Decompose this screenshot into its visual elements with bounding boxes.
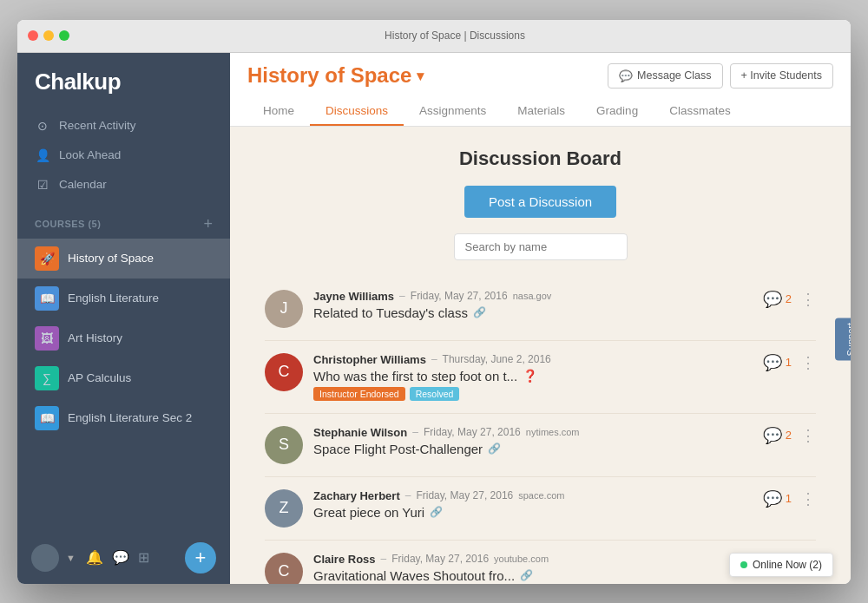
discussion-title[interactable]: Related to Tuesday's class 🔗 (313, 305, 753, 320)
link-icon: 🔗 (520, 569, 533, 581)
sidebar-item-ap-calculus[interactable]: ∑ AP Calculus (17, 358, 230, 398)
online-count-text: Online Now (2) (753, 559, 822, 571)
discussion-meta: Christopher Williams – Thursday, June 2,… (313, 353, 753, 366)
sidebar-nav: ⊙ Recent Activity 👤 Look Ahead ☑ Calenda… (17, 108, 230, 206)
avatar: S (265, 426, 303, 464)
discussion-actions: 💬 2 ⋮ (763, 290, 816, 309)
message-icon: 💬 (619, 69, 633, 82)
help-icon: ❓ (523, 369, 537, 383)
course-label: English Literature Sec 2 (68, 411, 192, 424)
comment-bubble-icon: 💬 (763, 426, 782, 445)
sidebar-item-calendar[interactable]: ☑ Calendar (17, 170, 230, 200)
online-badge: Online Now (2) (729, 553, 833, 577)
nav-tabs: Home Discussions Assignments Materials G… (247, 97, 833, 126)
tab-discussions[interactable]: Discussions (310, 97, 404, 126)
discussion-item: C Christopher Williams – Thursday, June … (265, 341, 816, 414)
user-avatar[interactable] (31, 544, 59, 572)
discussion-actions: 💬 2 ⋮ (763, 426, 816, 445)
more-options-icon[interactable]: ⋮ (800, 491, 816, 507)
post-discussion-button[interactable]: Post a Discussion (464, 186, 616, 218)
discussion-title[interactable]: Who was the first to step foot on t... ❓ (313, 369, 753, 383)
avatar: C (265, 553, 303, 584)
calendar-icon: ☑ (35, 177, 50, 193)
header-buttons: 💬 Message Class + Invite Students (608, 63, 833, 88)
discussion-item: J Jayne Williams – Friday, May 27, 2016 … (265, 278, 816, 341)
online-status-dot (740, 561, 747, 568)
discussion-author: Zachary Herbert (313, 489, 400, 502)
more-options-icon[interactable]: ⋮ (800, 355, 816, 370)
course-icon-history: 🚀 (35, 246, 59, 271)
discussion-source: nasa.gov (513, 291, 552, 301)
titlebar: History of Space | Discussions (17, 20, 851, 53)
fullscreen-button[interactable] (59, 30, 69, 41)
add-course-button[interactable]: + (203, 215, 213, 233)
app-logo: Chalkup (17, 53, 230, 108)
minimize-button[interactable] (43, 30, 54, 41)
course-icon-english2: 📖 (35, 406, 59, 430)
invite-students-button[interactable]: + Invite Students (730, 63, 833, 88)
discussion-title[interactable]: Gravitational Waves Shoutout fro... 🔗 (313, 568, 753, 583)
sidebar-item-look-ahead[interactable]: 👤 Look Ahead (17, 141, 230, 170)
tab-home[interactable]: Home (247, 97, 310, 126)
discussion-item: Z Zachary Herbert – Friday, May 27, 2016… (265, 477, 816, 541)
discussion-date: Friday, May 27, 2016 (391, 553, 489, 565)
tab-materials[interactable]: Materials (502, 97, 581, 126)
discussion-title[interactable]: Great piece on Yuri 🔗 (313, 505, 753, 520)
discussion-badges: Instructor Endorsed Resolved (313, 387, 753, 401)
discussion-list: J Jayne Williams – Friday, May 27, 2016 … (265, 278, 816, 584)
class-title-chevron-icon[interactable]: ▾ (417, 68, 424, 84)
discussion-source: space.com (518, 490, 564, 501)
sidebar-item-label: Calendar (59, 178, 107, 191)
support-tab[interactable]: Support (835, 318, 851, 361)
discussion-meta: Stephanie Wilson – Friday, May 27, 2016 … (313, 426, 753, 439)
message-class-button[interactable]: 💬 Message Class (608, 63, 722, 88)
discussion-content: Jayne Williams – Friday, May 27, 2016 na… (313, 290, 753, 320)
sidebar-item-english-lit-sec2[interactable]: 📖 English Literature Sec 2 (17, 398, 230, 438)
recent-activity-icon: ⊙ (35, 118, 50, 134)
class-title-text: History of Space (247, 63, 411, 88)
comment-count[interactable]: 💬 2 (763, 290, 792, 309)
comment-count[interactable]: 💬 2 (763, 426, 792, 445)
discussion-author: Jayne Williams (313, 290, 394, 303)
discussion-actions: 💬 1 ⋮ (763, 489, 816, 508)
sidebar-item-history-of-space[interactable]: 🚀 History of Space (17, 239, 230, 279)
main-header: History of Space ▾ 💬 Message Class + Inv… (230, 53, 851, 127)
discussion-content: Stephanie Wilson – Friday, May 27, 2016 … (313, 426, 753, 456)
courses-list: 🚀 History of Space 📖 English Literature … (17, 239, 230, 438)
discussion-title[interactable]: Space Flight Post-Challenger 🔗 (313, 442, 753, 456)
comment-count[interactable]: 💬 1 (763, 353, 792, 372)
avatar: C (265, 353, 303, 391)
tab-classmates[interactable]: Classmates (654, 97, 746, 126)
sidebar-item-recent-activity[interactable]: ⊙ Recent Activity (17, 111, 230, 141)
more-options-icon[interactable]: ⋮ (800, 428, 816, 443)
comment-bubble-icon: 💬 (763, 353, 782, 372)
discussion-author: Christopher Williams (313, 353, 426, 366)
traffic-lights (28, 30, 69, 41)
close-button[interactable] (28, 30, 38, 41)
discussion-meta: Claire Ross – Friday, May 27, 2016 youtu… (313, 553, 753, 566)
discussion-meta: Jayne Williams – Friday, May 27, 2016 na… (313, 290, 753, 303)
tab-grading[interactable]: Grading (581, 97, 654, 126)
grid-icon[interactable]: ⊞ (138, 549, 149, 566)
tab-assignments[interactable]: Assignments (404, 97, 502, 126)
sidebar-item-english-literature[interactable]: 📖 English Literature (17, 279, 230, 318)
discussion-content: Claire Ross – Friday, May 27, 2016 youtu… (313, 553, 753, 583)
more-options-icon[interactable]: ⋮ (800, 292, 816, 307)
comment-count[interactable]: 💬 1 (763, 489, 792, 508)
bell-icon[interactable]: 🔔 (86, 549, 103, 566)
discussion-date: Friday, May 27, 2016 (424, 426, 521, 438)
bottom-icons: 🔔 💬 ⊞ (86, 549, 149, 566)
link-icon: 🔗 (430, 506, 443, 518)
look-ahead-icon: 👤 (35, 147, 50, 163)
courses-title: COURSES (5) (35, 219, 101, 229)
discussion-content: Christopher Williams – Thursday, June 2,… (313, 353, 753, 401)
badge-resolved: Resolved (410, 387, 460, 401)
sidebar-item-art-history[interactable]: 🖼 Art History (17, 318, 230, 358)
chat-icon[interactable]: 💬 (112, 549, 129, 566)
course-label: AP Calculus (68, 371, 131, 384)
fab-button[interactable]: + (185, 542, 216, 574)
avatar-chevron: ▼ (66, 553, 76, 563)
search-input[interactable] (454, 233, 628, 260)
comment-bubble-icon: 💬 (763, 489, 782, 508)
discussion-board-title: Discussion Board (265, 147, 816, 170)
